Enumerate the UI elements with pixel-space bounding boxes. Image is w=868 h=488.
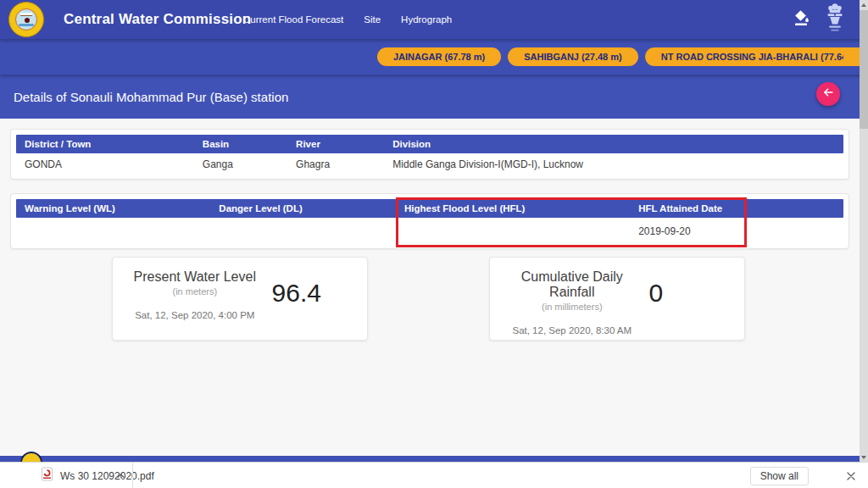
india-emblem-icon: [826, 2, 844, 37]
cell-river: Ghagra: [287, 158, 384, 170]
cwc-logo: [8, 2, 44, 37]
levels-header-row: Warning Level (WL) Danger Level (DL) Hig…: [16, 199, 843, 218]
rainfall-value: 0: [646, 254, 736, 331]
chevron-up-icon[interactable]: [112, 463, 129, 488]
card-timestamp: Sat, 12, Sep 2020, 4:00 PM: [135, 310, 254, 320]
scrollbar-up-arrow-icon[interactable]: [861, 3, 866, 7]
cell-district-town: GONDA: [16, 158, 194, 170]
cwc-logo-emblem: [15, 8, 37, 30]
station-info-data-row: GONDA Ganga Ghagra Middle Ganga Division…: [16, 153, 843, 175]
header-basin: Basin: [194, 139, 287, 149]
back-button[interactable]: [816, 82, 840, 106]
nav-site[interactable]: Site: [364, 14, 381, 25]
present-water-level-card: Present Water Level (in meters) Sat, 12,…: [112, 257, 368, 341]
levels-table: Warning Level (WL) Danger Level (DL) Hig…: [10, 193, 849, 249]
water-level-value: 96.4: [269, 254, 359, 331]
pdf-file-icon: [41, 467, 53, 485]
arrow-left-icon: [821, 86, 835, 103]
navbar-icons: [792, 0, 844, 39]
station-info-table: District / Town Basin River Division GON…: [10, 129, 849, 180]
card-unit: (in millimeters): [542, 302, 603, 312]
footer-strip: [0, 456, 860, 462]
card-unit: (in meters): [173, 286, 218, 297]
card-title: Present Water Level: [134, 269, 256, 285]
nav-current-flood-forecast[interactable]: Current Flood Forecast: [243, 14, 343, 25]
shelf-divider: [132, 463, 133, 488]
cell-hfl-attained-date: 2019-09-20: [630, 225, 843, 237]
header-hfl-attained-date: HFL Attained Date: [630, 203, 843, 214]
cell-basin: Ganga: [194, 158, 287, 170]
station-info-header-row: District / Town Basin River Division: [16, 135, 843, 153]
page-title-bar: Details of Sonauli Mohammad Pur (Base) s…: [0, 75, 868, 119]
top-navbar: Central Water Commission Current Flood F…: [0, 0, 868, 39]
color-fill-icon[interactable]: [792, 8, 810, 30]
station-pill-jainagar[interactable]: JAINAGAR (67.78 m): [377, 47, 501, 66]
header-warning-level: Warning Level (WL): [16, 203, 210, 214]
download-shelf: Ws 30 12092020.pdf Show all: [0, 462, 868, 488]
nav-hydrograph[interactable]: Hydrograph: [401, 14, 452, 25]
page-title: Details of Sonauli Mohammad Pur (Base) s…: [14, 75, 288, 119]
card-timestamp: Sat, 12, Sep 2020, 8:30 AM: [512, 325, 632, 336]
station-pill-row: JAINAGAR (67.78 m) SAHIBGANJ (27.48 m) N…: [377, 47, 868, 66]
header-danger-level: Danger Level (DL): [210, 203, 396, 214]
station-ticker-bar: JAINAGAR (67.78 m) SAHIBGANJ (27.48 m) N…: [0, 39, 868, 75]
main-nav: Current Flood Forecast Site Hydrograph: [243, 0, 452, 39]
header-district-town: District / Town: [16, 139, 194, 149]
app-window: Central Water Commission Current Flood F…: [0, 0, 868, 488]
header-highest-flood-level: Highest Flood Level (HFL): [396, 203, 630, 214]
scrollbar-down-arrow-icon[interactable]: [861, 456, 866, 459]
downloaded-filename: Ws 30 12092020.pdf: [60, 470, 154, 482]
card-title: Cumulative Daily Rainfall: [498, 269, 646, 300]
downloaded-file-chip[interactable]: Ws 30 12092020.pdf: [41, 463, 154, 488]
app-title: Central Water Commission: [64, 0, 251, 39]
cumulative-rainfall-card: Cumulative Daily Rainfall (in millimeter…: [489, 257, 745, 341]
close-icon[interactable]: [843, 463, 860, 488]
station-pill-nt-road-crossing[interactable]: NT ROAD CROSSING JIA-BHARALI (77.64 m): [645, 47, 868, 66]
header-division: Division: [384, 139, 843, 149]
show-all-button[interactable]: Show all: [750, 467, 809, 485]
header-river: River: [287, 139, 384, 149]
scrollbar-thumb[interactable]: [860, 10, 868, 129]
station-pill-sahibganj[interactable]: SAHIBGANJ (27.48 m): [508, 47, 638, 66]
levels-data-row: 2019-09-20: [16, 218, 843, 245]
vertical-scrollbar[interactable]: [860, 0, 868, 463]
cell-division: Middle Ganga Division-I(MGD-I), Lucknow: [384, 158, 843, 170]
